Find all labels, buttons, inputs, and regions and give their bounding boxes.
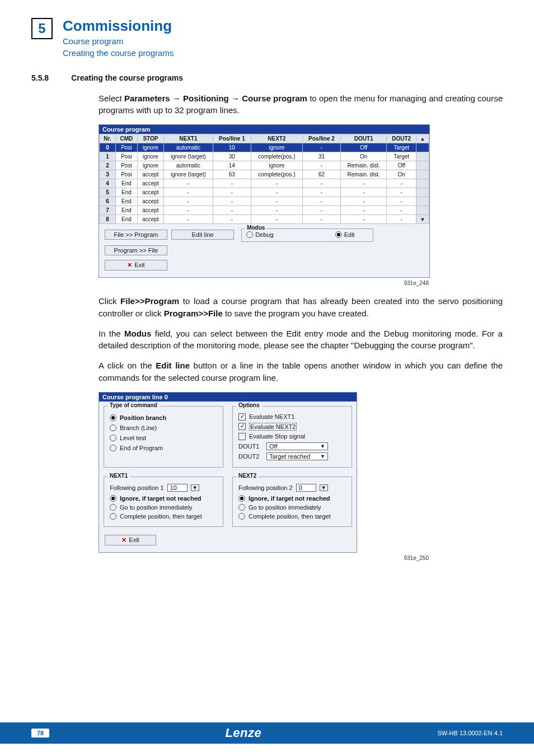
radio-label: Ignore, if target not reached [120, 495, 201, 502]
table-cell: - [163, 188, 213, 197]
table-cell: accept [137, 197, 163, 206]
table-cell: - [302, 143, 340, 152]
paragraph-modus: In the Modus field, you can select betwe… [99, 328, 503, 352]
dout2-label: DOUT2 [238, 453, 263, 460]
table-row[interactable]: 0Posiignoreautomatic10ignore-OffTarget [100, 143, 429, 152]
type-of-command-radio[interactable]: Position branch [110, 414, 217, 421]
next1-radio[interactable]: Complete position, then target [110, 513, 217, 520]
radio-icon [238, 495, 245, 502]
radio-icon [110, 445, 116, 451]
section-title: Creating the course programs [71, 73, 183, 82]
col-next1: NEXT1 [163, 134, 213, 143]
following-position-2-input[interactable]: 0 [296, 484, 316, 492]
table-cell: On [341, 152, 387, 161]
table-cell: 31 [302, 152, 340, 161]
table-cell: 8 [100, 215, 116, 224]
scrollbar-track[interactable] [416, 188, 429, 197]
table-cell: 4 [100, 179, 116, 188]
scrollbar-track[interactable] [416, 152, 429, 161]
table-row[interactable]: 1Posiignoreignore (target)30complete(pos… [100, 152, 429, 161]
col-cmd: CMD [116, 134, 138, 143]
figure-caption-1: 931e_248 [99, 280, 429, 286]
table-cell: ignore (target) [163, 152, 213, 161]
table-cell: - [163, 179, 213, 188]
table-cell: - [251, 206, 302, 215]
figure-caption-2: 931e_250 [99, 555, 429, 561]
table-cell: - [251, 179, 302, 188]
table-cell: Posi [116, 152, 138, 161]
scrollbar-track[interactable] [416, 143, 429, 152]
edit-line-button[interactable]: Edit line [171, 230, 234, 240]
scrollbar-track[interactable] [416, 161, 429, 170]
following-position-2-label: Following position 2 [238, 484, 293, 491]
chevron-down-icon: ▼ [320, 454, 325, 459]
table-row[interactable]: 2Posiignoreautomatic14ignore-Remain. dis… [100, 161, 429, 170]
line-exit-label: Exit [129, 536, 139, 543]
type-of-command-radio[interactable]: Level test [110, 435, 217, 441]
file-to-program-button[interactable]: File >> Program [105, 230, 167, 240]
lenze-logo: Lenze [225, 726, 261, 740]
table-row[interactable]: 3Posiacceptignore (target)63complete(pos… [100, 170, 429, 179]
radio-label: Ignore, if target not reached [249, 495, 330, 502]
scrollbar-track[interactable] [416, 170, 429, 179]
table-cell: End [116, 179, 138, 188]
dout1-select[interactable]: Off ▼ [266, 442, 328, 450]
table-row[interactable]: 8Endaccept------▼ [100, 215, 429, 224]
scroll-down-icon[interactable]: ▼ [416, 215, 429, 224]
scrollbar-track[interactable] [416, 179, 429, 188]
table-cell: ignore [251, 161, 302, 170]
radio-label: Complete position, then target [249, 513, 331, 520]
evaluate-stop-checkbox[interactable]: Evaluate Stop signal [238, 433, 346, 440]
table-row[interactable]: 7Endaccept------ [100, 206, 429, 215]
following-position-1-input[interactable]: 10 [167, 484, 188, 492]
document-id: SW-HB 13.0002-EN 4.1 [437, 730, 503, 736]
close-icon: ✕ [121, 536, 127, 543]
table-cell: - [163, 197, 213, 206]
table-cell: - [341, 188, 387, 197]
next2-radio[interactable]: Ignore, if target not reached [238, 495, 346, 502]
radio-label: Go to position immediately [249, 504, 321, 511]
table-row[interactable]: 5Endaccept------ [100, 188, 429, 197]
table-cell: 1 [100, 152, 116, 161]
type-of-command-radio[interactable]: Branch (Line) [110, 424, 217, 431]
scrollbar-track[interactable] [416, 206, 429, 215]
options-group: Options ✓ Evaluate NEXT1 ✓ Evaluate NEXT… [232, 406, 352, 468]
chevron-down-icon[interactable]: ▼ [320, 484, 328, 491]
next1-radio[interactable]: Ignore, if target not reached [110, 495, 217, 502]
type-of-command-radio[interactable]: End of Program [110, 445, 217, 451]
table-cell: Posi [116, 161, 138, 170]
table-cell: - [251, 197, 302, 206]
modus-debug-radio[interactable]: Debug [246, 231, 273, 238]
col-nr: Nr. [100, 134, 116, 143]
exit-button[interactable]: ✕Exit [105, 260, 167, 270]
dout1-label: DOUT1 [238, 443, 263, 450]
table-cell: accept [137, 206, 163, 215]
table-cell: 6 [100, 197, 116, 206]
course-program-line-window: Course program line 0 Type of command Po… [99, 392, 357, 553]
table-cell: ignore [137, 152, 163, 161]
line-exit-button[interactable]: ✕Exit [105, 535, 156, 545]
next1-radio[interactable]: Go to position immediately [110, 504, 217, 511]
scrollbar-track[interactable] [416, 197, 429, 206]
modus-edit-radio[interactable]: Edit [335, 231, 355, 238]
next2-radio[interactable]: Go to position immediately [238, 504, 346, 511]
dout2-select[interactable]: Target reached ▼ [266, 452, 328, 460]
evaluate-next1-checkbox[interactable]: ✓ Evaluate NEXT1 [238, 413, 346, 421]
chevron-down-icon[interactable]: ▼ [191, 484, 199, 491]
table-row[interactable]: 6Endaccept------ [100, 197, 429, 206]
window-title: Course program [99, 125, 429, 134]
evaluate-next2-label: Evaluate NEXT2 [249, 423, 297, 431]
program-to-file-button[interactable]: Program >> File [105, 245, 167, 255]
table-cell: - [213, 179, 251, 188]
next2-radio[interactable]: Complete position, then target [238, 513, 346, 520]
table-row[interactable]: 4Endaccept------ [100, 179, 429, 188]
radio-icon [110, 504, 116, 511]
text: A click on the [99, 361, 156, 370]
text: In the [99, 329, 124, 338]
table-cell: 2 [100, 161, 116, 170]
table-cell: 62 [302, 170, 340, 179]
modus-group: Modus Debug Edit [241, 228, 373, 242]
page-number: 78 [31, 729, 49, 738]
scroll-up-icon[interactable]: ▲ [416, 134, 429, 143]
evaluate-next2-checkbox[interactable]: ✓ Evaluate NEXT2 [238, 423, 346, 431]
